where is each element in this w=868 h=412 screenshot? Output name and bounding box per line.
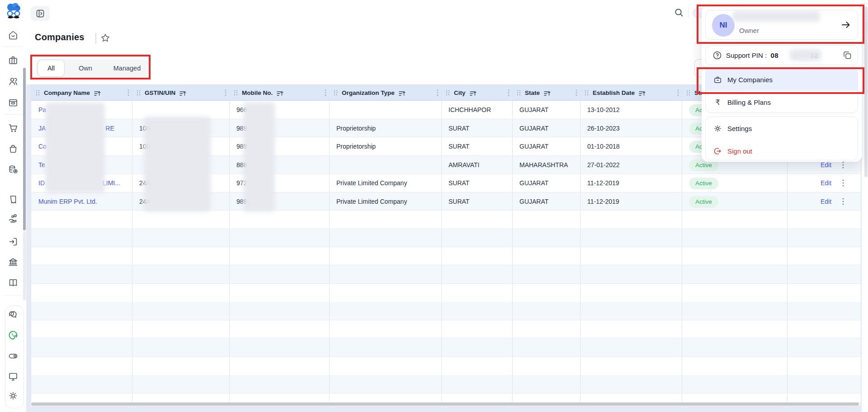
sidebar-item-archive[interactable] xyxy=(8,97,19,108)
vertical-scrollbar-thumb[interactable] xyxy=(864,6,868,177)
column-header-mobile[interactable]: Mobile No. xyxy=(229,85,329,101)
tab-all[interactable]: All xyxy=(38,60,65,77)
company-link-suffix[interactable]: RE xyxy=(105,125,114,132)
empty-rows-area xyxy=(31,211,861,403)
sidebar-item-companies[interactable] xyxy=(8,55,19,66)
drag-handle-icon[interactable] xyxy=(334,90,338,96)
sidebar-item-whatsapp[interactable] xyxy=(8,330,19,341)
sidebar-item-banking[interactable] xyxy=(8,257,19,267)
drag-handle-icon[interactable] xyxy=(446,90,450,96)
column-menu-icon[interactable] xyxy=(127,89,129,96)
tab-own[interactable]: Own xyxy=(65,65,106,72)
column-menu-icon[interactable] xyxy=(677,89,679,96)
drag-handle-icon[interactable] xyxy=(585,90,589,96)
column-header-company-name[interactable]: Company Name xyxy=(31,85,132,101)
sidebar-item-signin-log[interactable] xyxy=(8,236,19,247)
sort-icon[interactable] xyxy=(399,90,406,96)
sort-icon[interactable] xyxy=(544,90,551,96)
menu-item-sign-out[interactable]: Sign out xyxy=(706,140,858,160)
column-label: Organization Type xyxy=(342,89,395,96)
sidebar-item-payments[interactable] xyxy=(8,213,19,224)
sort-icon[interactable] xyxy=(639,90,646,96)
menu-item-label: My Companies xyxy=(727,76,773,84)
establish-date-cell: 11-12-2019 xyxy=(580,174,682,192)
arrow-right-icon[interactable] xyxy=(840,19,851,30)
column-menu-icon[interactable] xyxy=(508,89,509,96)
menu-item-label: Billing & Plans xyxy=(727,98,771,106)
drag-handle-icon[interactable] xyxy=(137,90,141,96)
column-menu-icon[interactable] xyxy=(225,89,226,96)
copy-icon[interactable] xyxy=(843,51,852,60)
favorite-button[interactable] xyxy=(100,33,111,43)
edit-button[interactable]: Edit xyxy=(821,198,831,205)
company-link[interactable]: Munim ERP Pvt. Ltd. xyxy=(38,198,97,205)
help-icon xyxy=(713,51,722,60)
edit-button[interactable]: Edit xyxy=(821,179,831,187)
column-menu-icon[interactable] xyxy=(576,89,577,96)
sort-icon[interactable] xyxy=(179,90,186,96)
munim-logo-icon xyxy=(5,2,23,22)
state-cell: GUJARAT xyxy=(512,137,580,155)
column-header-city[interactable]: City xyxy=(441,85,512,101)
horizontal-scrollbar-thumb[interactable] xyxy=(31,403,859,406)
support-pin-prefix: 08 xyxy=(770,52,778,59)
toggle-switch-icon xyxy=(8,351,19,361)
column-header-establish-date[interactable]: Establish Date xyxy=(580,85,682,101)
app-logo[interactable] xyxy=(5,2,23,22)
company-link-suffix[interactable]: LIMI... xyxy=(103,179,120,187)
row-menu-icon[interactable] xyxy=(842,179,844,187)
menu-item-settings[interactable]: Settings xyxy=(706,117,858,140)
row-menu-icon[interactable] xyxy=(842,161,844,169)
sidebar-item-home[interactable] xyxy=(8,30,19,41)
column-header-gstin[interactable]: GSTIN/UIN xyxy=(132,85,229,101)
drag-handle-icon[interactable] xyxy=(36,90,40,96)
company-link[interactable]: ID xyxy=(38,179,45,187)
briefcase-icon xyxy=(8,55,19,66)
state-cell: GUJARAT xyxy=(512,192,580,211)
sort-icon[interactable] xyxy=(470,90,476,96)
column-header-organization-type[interactable]: Organization Type xyxy=(329,85,441,101)
company-name-cell: Munim ERP Pvt. Ltd. xyxy=(31,192,132,211)
sidebar-item-cart[interactable] xyxy=(8,122,19,133)
rupee-icon: ₹ xyxy=(713,98,722,107)
menu-item-billing-plans[interactable]: ₹ Billing & Plans xyxy=(706,91,858,113)
shopping-bag-icon xyxy=(8,143,19,154)
sidebar-item-ledger[interactable] xyxy=(8,277,19,288)
sidebar-item-mode-toggle[interactable] xyxy=(8,351,19,361)
sort-icon[interactable] xyxy=(277,90,283,96)
sidebar-divider xyxy=(4,295,23,296)
tab-managed[interactable]: Managed xyxy=(106,65,148,72)
column-menu-icon[interactable] xyxy=(325,89,326,96)
sort-icon[interactable] xyxy=(94,90,101,96)
bank-icon xyxy=(8,257,19,267)
status-cell: Active xyxy=(682,192,787,211)
sidebar-toggle-button[interactable] xyxy=(31,6,50,21)
column-menu-icon[interactable] xyxy=(437,89,439,96)
actions-cell: Edit xyxy=(787,174,861,192)
sidebar-scrollbar-thumb[interactable] xyxy=(23,68,26,230)
row-menu-icon[interactable] xyxy=(842,198,844,205)
drag-handle-icon[interactable] xyxy=(686,90,690,96)
monitor-icon xyxy=(8,371,19,382)
edit-button[interactable]: Edit xyxy=(821,161,831,169)
sidebar-item-users[interactable] xyxy=(8,76,19,87)
sidebar-item-purchases[interactable] xyxy=(8,143,19,154)
company-link[interactable]: Te xyxy=(38,161,45,169)
sidebar-item-desktop-app[interactable] xyxy=(8,371,19,382)
whatsapp-icon xyxy=(8,330,19,341)
search-button[interactable] xyxy=(674,7,684,18)
company-link[interactable]: JA xyxy=(38,125,46,132)
status-badge: Active xyxy=(689,196,718,208)
sidebar-item-settings[interactable] xyxy=(8,390,19,401)
column-header-state[interactable]: State xyxy=(512,85,580,101)
search-icon xyxy=(674,7,684,18)
sidebar-item-receipts[interactable] xyxy=(8,194,19,205)
menu-item-my-companies[interactable]: My Companies xyxy=(706,68,858,91)
drag-handle-icon[interactable] xyxy=(234,90,238,96)
cart-icon xyxy=(8,122,19,133)
menu-item-label: Sign out xyxy=(727,147,752,155)
sidebar-item-data-share[interactable] xyxy=(8,164,19,175)
menu-card-settings: Settings Sign out xyxy=(705,117,858,160)
sidebar-item-chat-support[interactable] xyxy=(8,309,19,320)
drag-handle-icon[interactable] xyxy=(517,90,521,96)
